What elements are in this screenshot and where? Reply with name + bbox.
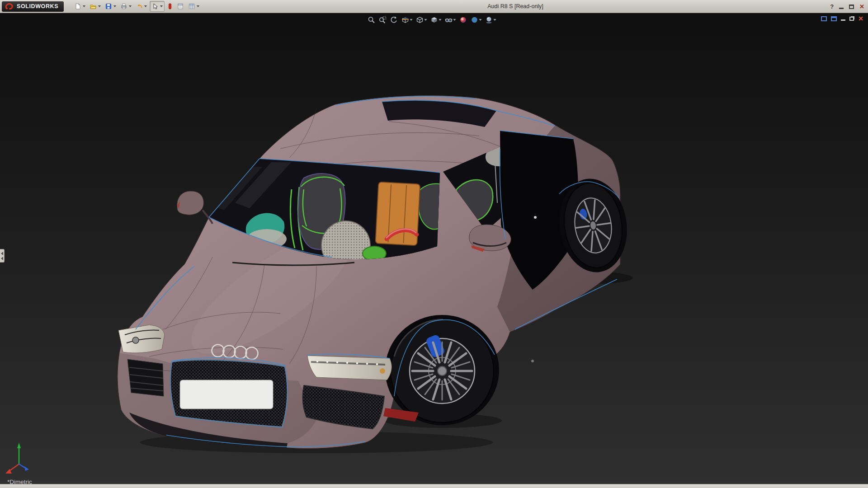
drawing-sheet-button[interactable]: [175, 1, 185, 12]
save-button[interactable]: [104, 1, 118, 12]
dropdown-caret: [494, 19, 496, 21]
display-style-icon: [430, 16, 439, 24]
previous-view-button[interactable]: [389, 15, 399, 25]
undo-button[interactable]: [134, 1, 148, 12]
select-cursor-icon: [151, 3, 159, 10]
zoom-to-area-icon: [379, 16, 387, 24]
brand-label: SOLIDWORKS: [17, 3, 58, 9]
dropdown-caret: [129, 5, 132, 7]
view-orientation-label: *Dimetric: [7, 479, 32, 485]
new-document-icon: [74, 3, 81, 10]
view-settings-button[interactable]: [484, 15, 497, 25]
dropdown-caret: [113, 5, 116, 7]
apply-scene-icon: [471, 16, 479, 24]
print-button[interactable]: [119, 1, 133, 12]
dassault-3ds-icon: [5, 2, 14, 10]
dropdown-caret: [98, 5, 101, 7]
save-icon: [105, 3, 112, 10]
open-folder-icon: [90, 3, 97, 10]
chevron-left-icon: [1, 257, 3, 260]
edit-appearance-icon: [459, 16, 467, 24]
license-plate: [180, 380, 273, 409]
dropdown-caret: [197, 5, 199, 7]
status-bar: [0, 484, 868, 488]
appearance-swatch-icon: [167, 3, 173, 10]
hide-show-items-button[interactable]: [444, 15, 457, 25]
solidworks-logo: SOLIDWORKS: [2, 1, 64, 12]
window-cascade-icon[interactable]: [821, 16, 827, 21]
minimize-button[interactable]: [839, 8, 844, 9]
dropdown-caret: [160, 5, 163, 7]
design-table-button[interactable]: [187, 1, 201, 12]
front-wheel[interactable]: [385, 315, 499, 425]
edit-appearance-button[interactable]: [458, 15, 468, 25]
model-canvas[interactable]: [0, 13, 868, 484]
front-grille[interactable]: [170, 360, 288, 427]
maximize-button[interactable]: [849, 5, 854, 9]
vertex-point: [531, 360, 534, 362]
section-view-icon: [401, 16, 410, 24]
title-bar: SOLIDWORKS: [0, 0, 868, 13]
zoom-to-area-button[interactable]: [378, 15, 388, 25]
doc-close-button[interactable]: ✕: [858, 15, 863, 22]
standard-toolbar: [73, 1, 201, 12]
headlight-left[interactable]: [118, 325, 165, 353]
window-controls: ? ✕: [830, 0, 864, 13]
drawing-sheet-icon: [177, 3, 184, 10]
dropdown-caret: [439, 19, 442, 21]
doc-restore-button[interactable]: [849, 17, 854, 21]
zoom-to-fit-icon: [368, 16, 376, 24]
chevron-left-icon: [1, 252, 3, 255]
section-view-button[interactable]: [401, 15, 414, 25]
close-button[interactable]: ✕: [859, 4, 864, 9]
dropdown-caret: [453, 19, 456, 21]
doc-minimize-button[interactable]: [841, 19, 845, 21]
previous-view-icon: [390, 16, 398, 24]
door-handle-point: [534, 216, 537, 219]
intake-left[interactable]: [127, 359, 164, 396]
apply-scene-button[interactable]: [470, 15, 483, 25]
dropdown-caret: [83, 5, 85, 7]
zoom-to-fit-button[interactable]: [367, 15, 377, 25]
open-button[interactable]: [88, 1, 102, 12]
design-table-icon: [188, 3, 195, 10]
document-window-controls: ✕: [821, 15, 863, 22]
view-orientation-button[interactable]: [415, 15, 428, 25]
print-icon: [120, 3, 127, 10]
select-button[interactable]: [150, 1, 165, 12]
window-restore-blue-icon[interactable]: [831, 16, 837, 21]
view-orientation-icon: [416, 16, 424, 24]
appearance-swatch-button[interactable]: [166, 1, 174, 12]
view-settings-icon: [485, 16, 493, 24]
hide-show-items-icon: [445, 16, 453, 24]
headsup-view-toolbar: [367, 15, 497, 25]
help-button[interactable]: ?: [830, 4, 834, 9]
dash-block: [375, 182, 420, 246]
dropdown-caret: [425, 19, 427, 21]
graphics-viewport[interactable]: ✕ *Dimetric: [0, 13, 868, 484]
feature-panel-expand-tab[interactable]: [0, 249, 5, 263]
dropdown-caret: [144, 5, 147, 7]
dropdown-caret: [479, 19, 482, 21]
window-title: Audi R8 S [Read-only]: [487, 3, 543, 9]
new-document-button[interactable]: [73, 1, 87, 12]
undo-icon: [136, 3, 143, 10]
display-style-button[interactable]: [429, 15, 443, 25]
headlight-right[interactable]: [307, 356, 392, 380]
dropdown-caret: [410, 19, 413, 21]
